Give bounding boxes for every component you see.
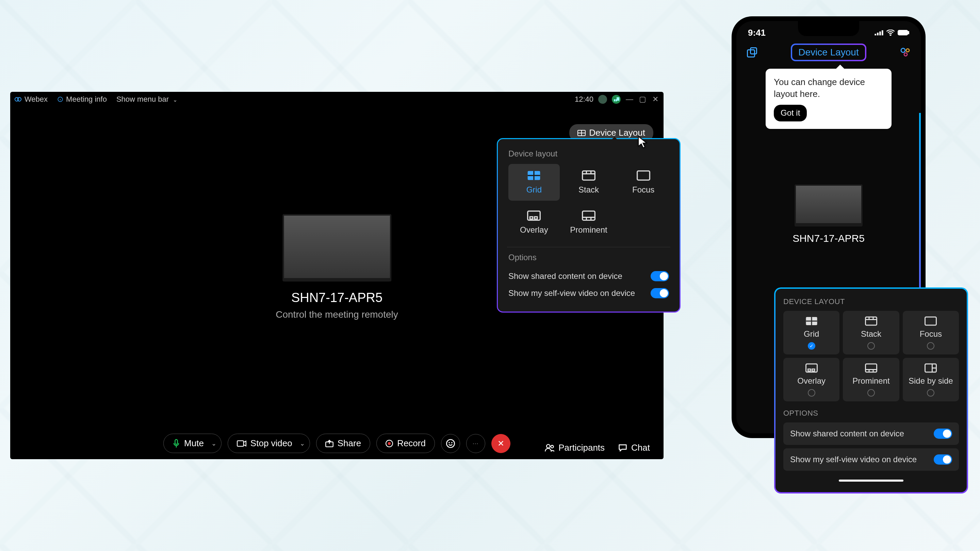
- svg-rect-36: [879, 32, 881, 35]
- svg-rect-60: [812, 369, 815, 371]
- options-header: Options: [508, 253, 669, 262]
- svg-rect-34: [875, 34, 876, 35]
- battery-icon: [898, 30, 909, 35]
- side-by-side-icon: [924, 363, 937, 373]
- svg-point-33: [551, 445, 554, 448]
- grid-icon: [805, 316, 818, 326]
- radio-icon: [808, 389, 815, 397]
- svg-rect-23: [175, 440, 178, 444]
- minimize-icon[interactable]: [746, 46, 758, 59]
- chevron-down-icon: ⌄: [300, 440, 305, 447]
- desktop-window: Webex Meeting info Show menu bar ⌄ 12:40…: [10, 92, 663, 459]
- network-quality-icon[interactable]: [612, 95, 620, 104]
- cursor-icon: [638, 135, 647, 149]
- wifi-icon: [886, 30, 895, 36]
- stop-video-button[interactable]: Stop video ⌄: [228, 433, 310, 453]
- svg-point-31: [452, 442, 452, 443]
- home-indicator[interactable]: [839, 480, 904, 482]
- toggle-shared-content[interactable]: [934, 429, 952, 439]
- layout-option-overlay[interactable]: Overlay: [508, 204, 560, 241]
- mute-button[interactable]: Mute ⌄: [163, 433, 221, 453]
- layout-option-side-by-side[interactable]: Side by side: [903, 358, 959, 401]
- toggle-self-view[interactable]: [651, 288, 669, 298]
- svg-point-43: [901, 48, 905, 52]
- svg-rect-61: [865, 364, 877, 372]
- reactions-button[interactable]: [441, 434, 460, 453]
- cellular-icon: [875, 30, 883, 35]
- prominent-icon: [865, 363, 877, 373]
- layout-option-stack[interactable]: Stack: [843, 311, 899, 354]
- maximize-button[interactable]: ▢: [638, 95, 646, 104]
- share-button[interactable]: Share: [316, 433, 370, 453]
- layout-option-focus[interactable]: Focus: [903, 311, 959, 354]
- svg-point-1: [18, 98, 21, 102]
- focus-icon: [924, 316, 937, 326]
- svg-point-28: [388, 442, 391, 445]
- minimize-button[interactable]: —: [625, 95, 633, 104]
- device-layout-chip[interactable]: Device Layout: [791, 43, 866, 61]
- phone-notch: [798, 21, 859, 36]
- svg-rect-42: [751, 48, 757, 54]
- chat-icon: [618, 444, 627, 452]
- svg-point-38: [890, 35, 891, 36]
- device-subtitle: Control the meeting remotely: [275, 309, 398, 320]
- record-button[interactable]: Record: [376, 433, 435, 453]
- toggle-self-view[interactable]: [934, 454, 952, 465]
- prominent-icon: [582, 210, 595, 221]
- paired-device: SHN7-17-APR5 Control the meeting remotel…: [275, 214, 398, 320]
- tooltip-gotit-button[interactable]: Got it: [774, 105, 807, 121]
- mic-icon: [172, 439, 180, 448]
- layout-option-prominent[interactable]: Prominent: [843, 358, 899, 401]
- layout-option-grid[interactable]: Grid: [508, 164, 560, 201]
- layout-option-prominent[interactable]: Prominent: [563, 204, 614, 241]
- brand: Webex: [14, 95, 48, 104]
- titlebar: Webex Meeting info Show menu bar ⌄ 12:40…: [10, 92, 663, 107]
- svg-rect-15: [637, 171, 649, 180]
- show-menu-bar[interactable]: Show menu bar ⌄: [116, 95, 177, 104]
- svg-point-29: [447, 440, 454, 447]
- status-time: 9:41: [748, 27, 765, 38]
- option-self-view: Show my self-view video on device: [783, 448, 959, 471]
- svg-rect-11: [582, 171, 595, 180]
- svg-point-44: [906, 49, 909, 52]
- tooltip-text: You can change device layout here.: [774, 76, 883, 100]
- svg-rect-40: [908, 32, 909, 34]
- video-icon: [237, 440, 247, 447]
- close-icon: ✕: [498, 439, 504, 448]
- close-button[interactable]: ✕: [651, 95, 659, 104]
- people-icon[interactable]: [899, 46, 911, 59]
- layout-option-grid[interactable]: Grid: [783, 311, 840, 354]
- more-button[interactable]: ···: [466, 434, 485, 453]
- device-name: SHN7-17-APR5: [275, 291, 398, 305]
- device-thumbnail-icon: [282, 214, 391, 282]
- stack-icon: [865, 316, 877, 326]
- end-call-button[interactable]: ✕: [492, 434, 511, 453]
- svg-rect-18: [535, 217, 537, 219]
- layout-option-overlay[interactable]: Overlay: [783, 358, 840, 401]
- meeting-info[interactable]: Meeting info: [57, 95, 107, 104]
- toggle-shared-content[interactable]: [651, 271, 669, 281]
- svg-rect-35: [877, 33, 878, 35]
- phone-navbar: Device Layout: [737, 40, 921, 65]
- tooltip-card: You can change device layout here. Got i…: [765, 69, 891, 129]
- smile-icon: [446, 439, 455, 448]
- radio-icon: [867, 389, 875, 397]
- device-name: SHN7-17-APR5: [737, 233, 921, 244]
- overlay-icon: [805, 363, 818, 373]
- popover-title: Device layout: [508, 149, 669, 159]
- more-icon: ···: [473, 441, 479, 446]
- panel-title: DEVICE LAYOUT: [783, 297, 959, 306]
- chat-button[interactable]: Chat: [618, 443, 650, 453]
- mobile-layout-panel: DEVICE LAYOUT Grid Stack Focus Overlay P…: [776, 289, 966, 492]
- radio-icon: [927, 342, 934, 349]
- layout-option-stack[interactable]: Stack: [563, 164, 614, 201]
- share-icon: [325, 440, 334, 447]
- focus-icon: [637, 170, 650, 181]
- participants-button[interactable]: Participants: [545, 443, 605, 453]
- grid-icon: [527, 170, 541, 181]
- options-header: OPTIONS: [783, 409, 959, 418]
- svg-point-30: [449, 442, 449, 443]
- encryption-icon[interactable]: [598, 95, 607, 104]
- layout-option-focus[interactable]: Focus: [617, 164, 669, 201]
- chevron-down-icon: ⌄: [173, 97, 177, 103]
